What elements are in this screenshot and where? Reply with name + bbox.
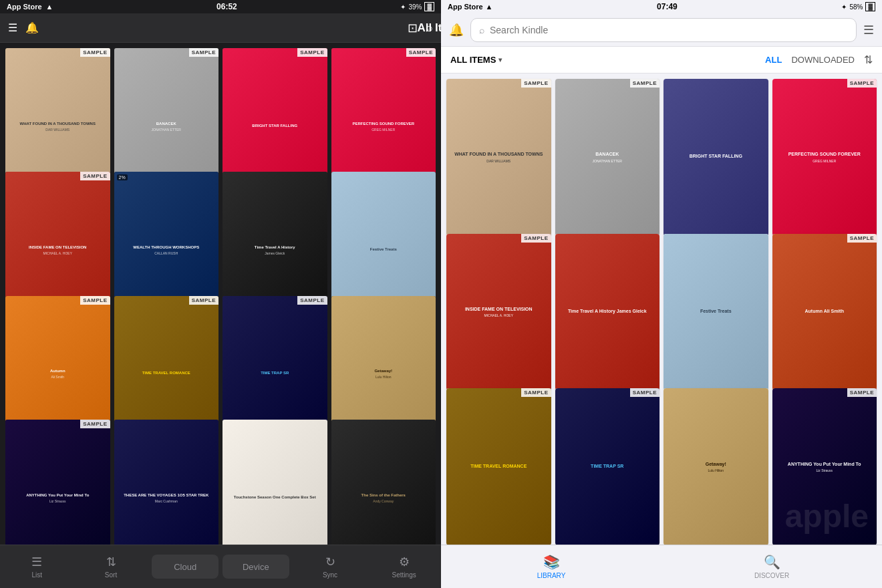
sample-badge: SAMPLE	[630, 79, 659, 88]
book-item-r-ali-autumn[interactable]: Autumn Ali SmithSAMPLE	[772, 234, 877, 391]
book-item-r-time-romance[interactable]: TIME TRAVEL ROMANCESAMPLE	[446, 388, 551, 545]
sort-label: Sort	[105, 571, 117, 579]
book-item-r-bright-star[interactable]: BRIGHT STAR FALLING	[664, 79, 768, 236]
library-label: LIBRARY	[537, 572, 566, 579]
right-bluetooth-icon: ✦	[841, 3, 847, 11]
book-item-anything[interactable]: ANYTHING You Put Your Mind ToLiz Strauss…	[5, 420, 110, 545]
book-item-r-banacek[interactable]: BANACEKJONATHAN ETTERSAMPLE	[555, 79, 660, 236]
right-status-bar: App Store ▲ 07:49 ✦ 58% ▓	[441, 0, 882, 13]
left-book-grid: WHAT FOUND IN A THOUSAND TOWNSDAR WILLIA…	[0, 43, 441, 545]
hamburger-icon[interactable]: ☰	[8, 21, 17, 34]
bluetooth-icon: ✦	[400, 3, 406, 11]
sort-icon: ⇅	[106, 555, 116, 569]
sample-badge: SAMPLE	[189, 296, 218, 305]
filter-all-button[interactable]: ALL	[765, 55, 782, 65]
list-icon: ☰	[31, 555, 42, 569]
tab-sync[interactable]: ↻ Sync	[293, 549, 368, 584]
book-item-r-fame[interactable]: INSIDE FAME ON TELEVISIONMICHAEL A. HOEY…	[446, 234, 551, 391]
sample-badge: SAMPLE	[80, 296, 110, 305]
right-panel: App Store ▲ 07:49 ✦ 58% ▓ 🔔 ⌕ ☰ ALL ITEM…	[441, 0, 882, 588]
sample-badge: SAMPLE	[189, 48, 218, 57]
book-item-r-what-found[interactable]: WHAT FOUND IN A THOUSAND TOWNSDAR WILLIA…	[446, 79, 551, 236]
sample-badge: SAMPLE	[297, 296, 327, 305]
search-box: ⌕	[470, 18, 857, 42]
sample-badge: SAMPLE	[630, 388, 659, 397]
sample-badge: SAMPLE	[406, 48, 436, 57]
battery-icon: ▓	[424, 2, 434, 11]
sample-badge: SAMPLE	[297, 48, 327, 57]
left-status-right: ✦ 39% ▓	[400, 2, 434, 11]
device-button[interactable]: Device	[223, 555, 289, 579]
discover-icon: 🔍	[764, 554, 780, 570]
sample-badge: SAMPLE	[847, 234, 877, 243]
left-time: 06:52	[216, 2, 237, 11]
right-status-right: ✦ 58% ▓	[841, 2, 875, 11]
sort-order-icon[interactable]: ⇅	[864, 53, 873, 66]
left-panel: App Store ▲ 06:52 ✦ 39% ▓ ☰ 🔔 All Items …	[0, 0, 441, 588]
filter-chevron-icon: ▾	[498, 56, 502, 63]
filter-all-items[interactable]: ALL ITEMS ▾	[450, 55, 502, 65]
search-magnifier-icon: ⌕	[479, 25, 484, 35]
library-icon: 📚	[543, 554, 560, 570]
device-label: Device	[243, 562, 269, 572]
right-battery-icon: ▓	[865, 2, 875, 11]
tab-list[interactable]: ☰ List	[0, 549, 74, 584]
sample-badge: SAMPLE	[521, 388, 551, 397]
book-item-r-festive[interactable]: Festive Treats	[664, 234, 768, 391]
left-status-left: App Store ▲	[7, 3, 53, 11]
sample-badge: SAMPLE	[847, 388, 877, 397]
right-filter-bar: ALL ITEMS ▾ ALL DOWNLOADED ⇅	[441, 47, 882, 74]
search-input[interactable]	[490, 25, 848, 35]
book-item-touchstone[interactable]: Touchstone Season One Complete Box Set	[223, 420, 327, 545]
settings-label: Settings	[392, 571, 416, 579]
book-item-r-time-trap[interactable]: TIME TRAP SRSAMPLE	[555, 388, 660, 545]
battery-percent: 39%	[408, 3, 422, 11]
sample-badge: SAMPLE	[521, 234, 551, 243]
sample-badge: SAMPLE	[847, 79, 877, 88]
right-bell-icon[interactable]: 🔔	[449, 23, 464, 37]
right-wifi-icon: ▲	[486, 3, 493, 11]
sample-badge: SAMPLE	[521, 79, 551, 88]
book-item-r-time-gleick[interactable]: Time Travel A History James Gleick	[555, 234, 660, 391]
app-store-label: App Store	[7, 3, 42, 11]
filter-right: ALL DOWNLOADED ⇅	[765, 53, 873, 66]
right-app-store-label: App Store	[448, 3, 483, 11]
cloud-button[interactable]: Cloud	[152, 555, 218, 579]
filter-downloaded-button[interactable]: DOWNLOADED	[791, 55, 855, 65]
right-book-grid: WHAT FOUND IN A THOUSAND TOWNSDAR WILLIA…	[441, 74, 882, 545]
book-item-r-getaway[interactable]: Getaway!Lulu Hilton	[664, 388, 768, 545]
cloud-label: Cloud	[174, 562, 196, 572]
sample-badge: SAMPLE	[80, 48, 110, 57]
book-item-r-perfecting[interactable]: PERFECTING SOUND FOREVERGREG MILNERSAMPL…	[772, 79, 877, 236]
sync-label: Sync	[323, 571, 337, 579]
left-status-bar: App Store ▲ 06:52 ✦ 39% ▓	[0, 0, 441, 13]
list-label: List	[32, 571, 43, 579]
settings-icon: ⚙	[399, 555, 410, 569]
right-status-left: App Store ▲	[448, 3, 492, 11]
sample-badge: SAMPLE	[80, 172, 110, 180]
all-items-label: ALL ITEMS	[450, 55, 496, 65]
sample-badge: SAMPLE	[80, 420, 110, 428]
tab-sort[interactable]: ⇅ Sort	[74, 549, 148, 584]
sync-icon: ↻	[325, 555, 335, 569]
right-battery: 58%	[849, 3, 863, 11]
wifi-icon: ▲	[46, 3, 53, 11]
cloud-device-toggle: Cloud Device	[148, 555, 293, 579]
discover-label: DISCOVER	[754, 572, 789, 579]
tab-library[interactable]: 📚 LIBRARY	[441, 549, 662, 585]
tab-discover[interactable]: 🔍 DISCOVER	[662, 549, 882, 585]
left-nav-bar: ☰ 🔔 All Items ⊡ ⌕	[0, 13, 441, 43]
right-time: 07:49	[657, 2, 678, 11]
book-item-r-anything[interactable]: ANYTHING You Put Your Mind ToLiz Strauss…	[772, 388, 877, 545]
tab-settings[interactable]: ⚙ Settings	[367, 549, 441, 584]
right-tab-bar: 📚 LIBRARY 🔍 DISCOVER	[441, 545, 882, 588]
right-search-bar: 🔔 ⌕ ☰	[441, 13, 882, 47]
book-item-star-trek[interactable]: THESE ARE THE VOYAGES 1O5 STAR TREKMarc …	[114, 420, 219, 545]
book-item-sins[interactable]: The Sins of the FathersAndy Conway	[331, 420, 436, 545]
right-list-icon[interactable]: ☰	[863, 23, 874, 37]
bookmark-icon[interactable]: ⊡	[408, 21, 418, 35]
bell-icon[interactable]: 🔔	[25, 21, 39, 34]
left-tab-bar: ☰ List ⇅ Sort Cloud Device ↻ Sync ⚙ Sett…	[0, 545, 441, 588]
